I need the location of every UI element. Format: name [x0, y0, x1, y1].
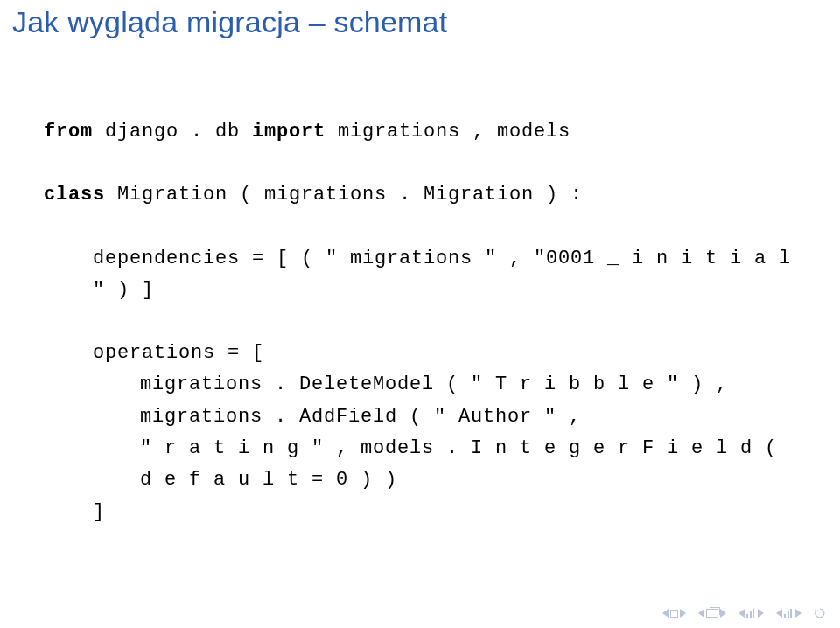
operation-3: " r a t i n g " , models . I n t e g e r…	[44, 433, 796, 497]
next-sec-icon	[795, 609, 802, 618]
prev-sub-icon	[738, 609, 745, 618]
operation-2: migrations . AddField ( " Author " ,	[44, 401, 796, 433]
frame-icon	[706, 609, 718, 618]
slide-title: Jak wygląda migracja – schemat	[0, 0, 840, 39]
nav-frame[interactable]	[698, 609, 726, 618]
next-frame-icon	[720, 609, 726, 618]
import-line: from django . db import migrations , mod…	[44, 116, 796, 148]
operation-1: migrations . DeleteModel ( " T r i b b l…	[44, 369, 796, 401]
bars2-icon	[784, 609, 792, 618]
bars-icon	[746, 609, 754, 618]
prev-slide-icon	[662, 609, 668, 618]
nav-subsection[interactable]	[738, 609, 764, 618]
keyword-import: import	[252, 121, 326, 143]
dependencies-line: dependencies = [ ( " migrations " , "000…	[44, 243, 796, 307]
next-sub-icon	[758, 609, 764, 618]
code-block: from django . db import migrations , mod…	[0, 39, 840, 528]
import-names: migrations , models	[326, 121, 570, 143]
refresh-icon[interactable]	[814, 607, 826, 619]
prev-sec-icon	[776, 609, 782, 618]
nav-section[interactable]	[776, 609, 802, 618]
prev-frame-icon	[698, 609, 704, 618]
keyword-from: from	[44, 121, 93, 143]
class-line: class Migration ( migrations . Migration…	[44, 179, 796, 211]
module-path: django . db	[93, 121, 252, 143]
beamer-nav	[662, 607, 826, 619]
next-slide-icon	[680, 609, 686, 618]
operations-close: ]	[44, 497, 796, 528]
slide-box-icon	[670, 610, 678, 618]
operations-open: operations = [	[44, 338, 796, 369]
keyword-class: class	[44, 184, 105, 206]
class-def: Migration ( migrations . Migration ) :	[105, 184, 583, 206]
nav-slide[interactable]	[662, 609, 686, 618]
